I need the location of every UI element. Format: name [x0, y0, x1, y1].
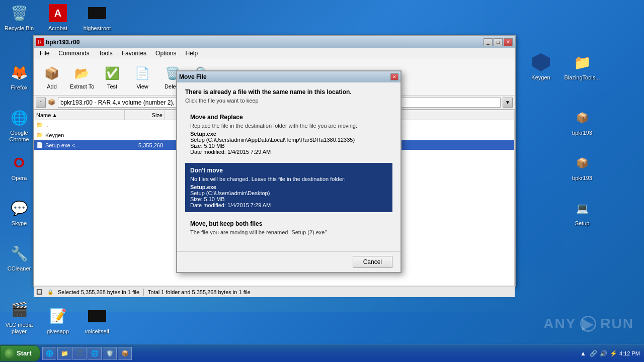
- chrome-label: Google Chrome: [4, 130, 35, 143]
- desktop-icon-ccleaner[interactable]: 🔧 CCleaner: [2, 241, 37, 274]
- start-label: Start: [17, 349, 32, 357]
- dialog-close-btn[interactable]: ✕: [390, 73, 398, 80]
- tray-power-icon[interactable]: ⚡: [609, 349, 617, 357]
- cancel-button[interactable]: Cancel: [353, 256, 392, 268]
- status-icon-left: 🔲: [36, 289, 43, 296]
- file-name-cell: 📄 Setup.exe <--: [34, 142, 125, 148]
- chrome-icon: 🌐: [9, 108, 29, 128]
- file-name-cell: 📁 ..: [34, 122, 125, 128]
- up-button[interactable]: ↑: [36, 98, 46, 108]
- winrar-titlebar: R bpkr193.r00 _ □ ✕: [34, 36, 515, 48]
- desktop-icon-setup[interactable]: 💻 Setup: [565, 196, 600, 229]
- skype-icon: 💬: [9, 198, 29, 218]
- dont-move-desc: No files will be changed. Leave this fil…: [190, 176, 387, 182]
- toolbar-add-btn[interactable]: 📦 Add: [38, 61, 66, 93]
- move-replace-option[interactable]: Move and Replace Replace the file in the…: [185, 110, 392, 159]
- skype-label: Skype: [12, 220, 27, 227]
- dont-move-path: Setup (C:\Users\admin\Desktop): [190, 190, 387, 196]
- highestroot-label: highestroot: [84, 25, 111, 32]
- menu-tools[interactable]: Tools: [95, 49, 117, 58]
- desktop-icon-opera[interactable]: O Opera: [2, 151, 37, 184]
- givesapp-icon: 📝: [48, 306, 68, 326]
- col-header-name[interactable]: Name ▲: [34, 110, 125, 120]
- winrar-status-bar: 🔲 🔒 Selected 5,355,268 bytes in 1 file T…: [34, 286, 515, 297]
- sort-icon: ▲: [52, 112, 57, 118]
- ccleaner-label: CCleaner: [8, 265, 31, 272]
- tray-expand-icon[interactable]: ▲: [579, 349, 587, 357]
- move-dialog: Move File ✕ There is already a file with…: [176, 70, 401, 273]
- ccleaner-icon: 🔧: [9, 243, 29, 263]
- menu-options[interactable]: Options: [151, 49, 180, 58]
- winrar-title-left: R bpkr193.r00: [36, 38, 79, 46]
- highestroot-icon: [87, 3, 107, 23]
- desktop-icon-bpkr193-bottom[interactable]: 📦 bpkr193: [565, 151, 600, 184]
- menu-commands[interactable]: Commands: [54, 49, 93, 58]
- status-icon-lock: 🔒: [47, 289, 54, 296]
- status-divider: [143, 289, 144, 296]
- taskbar-chrome-item[interactable]: 🌐: [88, 347, 102, 360]
- tray-network-icon[interactable]: 🔗: [589, 349, 597, 357]
- vlc-label: VLC media player: [4, 322, 35, 335]
- firefox-label: Firefox: [11, 84, 28, 91]
- bpkr193-bottom-icon: 📦: [572, 153, 592, 173]
- acrobat-icon: A: [48, 3, 68, 23]
- desktop-icon-skype[interactable]: 💬 Skype: [2, 196, 37, 229]
- menu-help[interactable]: Help: [181, 49, 202, 58]
- dialog-header-text: There is already a file with the same na…: [185, 88, 392, 96]
- desktop-icon-chrome[interactable]: 🌐 Google Chrome: [2, 106, 37, 145]
- taskbar: Start 🌐 📁 🎵 🌐 🛡️ 📦 ▲ 🔗: [0, 344, 644, 362]
- dont-move-title: Don't move: [190, 167, 387, 174]
- toolbar-extract-btn[interactable]: 📂 Extract To: [68, 61, 96, 93]
- menu-favorites[interactable]: Favorites: [118, 49, 150, 58]
- taskbar-winrar-item[interactable]: 📦: [118, 347, 132, 360]
- winrar-minimize-btn[interactable]: _: [484, 38, 493, 46]
- exe-icon: 📄: [36, 142, 43, 148]
- menu-file[interactable]: File: [36, 49, 53, 58]
- desktop-icon-recycle-bin[interactable]: 🗑️ Recycle Bin: [2, 1, 37, 34]
- desktop-icon-bpkr193-right[interactable]: 📦 bpkr193: [565, 106, 600, 138]
- file-size-cell: 5,355,268: [125, 142, 165, 148]
- desktop-icon-vlc[interactable]: 🎬 VLC media player: [2, 298, 37, 337]
- move-both-option[interactable]: Move, but keep both files The file you a…: [185, 216, 392, 241]
- extract-label: Extract To: [70, 83, 95, 89]
- folder-icon: 📁: [36, 132, 43, 138]
- taskbar-folder-item[interactable]: 📁: [57, 347, 71, 360]
- dialog-sub-text: Click the file you want to keep: [185, 98, 392, 104]
- dont-move-option[interactable]: Don't move No files will be changed. Lea…: [185, 163, 392, 212]
- taskbar-av-item[interactable]: 🛡️: [103, 347, 117, 360]
- keygen-icon: [531, 52, 551, 72]
- taskbar-ie-item[interactable]: 🌐: [42, 347, 56, 360]
- dialog-footer: Cancel: [177, 251, 400, 272]
- taskbar-media-item[interactable]: 🎵: [72, 347, 87, 360]
- desktop-icon-blazingtools[interactable]: 📁 BlazingTools...: [565, 50, 600, 83]
- toolbar-test-btn[interactable]: ✅ Test: [98, 61, 126, 93]
- anyrun-watermark: ANY ▶ RUN: [543, 316, 634, 332]
- dont-move-size: Size: 5.10 MB: [190, 196, 387, 202]
- desktop-icon-acrobat[interactable]: A Acrobat: [40, 1, 75, 34]
- ie-taskbar-icon: 🌐: [46, 350, 53, 357]
- desktop: 🗑️ Recycle Bin A Acrobat highestroot 🦊 F…: [0, 0, 644, 362]
- address-dropdown[interactable]: ▼: [503, 98, 513, 108]
- bpkr193-bottom-label: bpkr193: [572, 175, 592, 182]
- start-button[interactable]: Start: [0, 345, 40, 361]
- toolbar-view-btn[interactable]: 📄 View: [128, 61, 156, 93]
- taskbar-items: 🌐 📁 🎵 🌐 🛡️ 📦: [42, 347, 575, 360]
- col-header-size[interactable]: Size: [125, 110, 165, 120]
- desktop-icon-highestroot[interactable]: highestroot: [79, 1, 115, 34]
- start-orb: [5, 348, 15, 358]
- desktop-icon-firefox[interactable]: 🦊 Firefox: [2, 60, 37, 93]
- blazingtools-icon: 📁: [572, 52, 592, 72]
- dialog-title-text: Move File: [179, 73, 207, 80]
- move-both-title: Move, but keep both files: [190, 220, 387, 227]
- desktop-icon-keygen[interactable]: Keygen: [523, 50, 558, 83]
- desktop-icon-voiceitself[interactable]: voiceitself: [79, 304, 115, 337]
- extract-icon: 📂: [73, 64, 91, 82]
- firefox-icon: 🦊: [9, 62, 29, 82]
- system-tray: ▲ 🔗 🔊 ⚡ 4:12 PM: [575, 349, 644, 357]
- desktop-icon-givesapp[interactable]: 📝 givesapp: [40, 304, 75, 337]
- dialog-body: There is already a file with the same na…: [177, 82, 400, 251]
- winrar-close-btn[interactable]: ✕: [504, 38, 513, 46]
- move-replace-filename: Setup.exe: [190, 131, 387, 137]
- tray-volume-icon[interactable]: 🔊: [599, 349, 607, 357]
- winrar-maximize-btn[interactable]: □: [494, 38, 503, 46]
